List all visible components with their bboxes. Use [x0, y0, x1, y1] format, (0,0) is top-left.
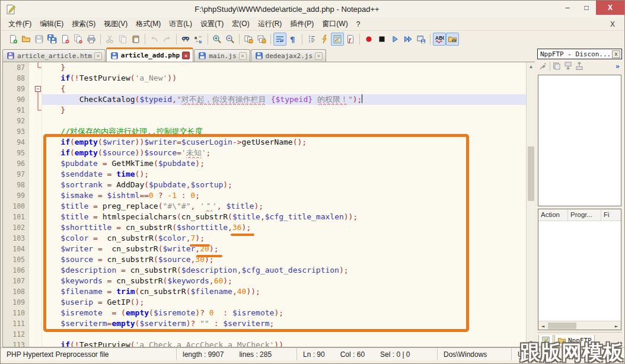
menu-item-10[interactable]: 窗口(W)	[318, 18, 352, 30]
bookmark-margin[interactable]	[29, 190, 34, 201]
minimize-button[interactable]: –	[558, 1, 577, 15]
fold-margin[interactable]	[34, 340, 42, 347]
bookmark-margin[interactable]	[29, 180, 34, 190]
close-button[interactable]: X	[596, 1, 624, 15]
macro-play-button[interactable]	[388, 33, 401, 46]
nppftp-overflow-chevron[interactable]: »	[616, 62, 621, 71]
code-editor[interactable]: 87 }88 if(!TestPurview('a_New'))89 {90 C…	[2, 62, 535, 347]
fold-margin[interactable]	[34, 286, 42, 297]
print-button[interactable]	[85, 33, 98, 46]
fold-margin[interactable]	[34, 94, 42, 105]
replace-button[interactable]: ab	[192, 33, 205, 46]
fold-margin[interactable]	[34, 137, 42, 148]
editor-vertical-scrollbar[interactable]: ▲ ▼	[526, 62, 535, 347]
bookmark-margin[interactable]	[29, 265, 34, 276]
bookmark-margin[interactable]	[29, 233, 34, 244]
bookmark-margin[interactable]	[29, 94, 34, 105]
fold-margin[interactable]	[34, 222, 42, 233]
queue-column-action[interactable]: Action	[538, 209, 568, 221]
bookmark-margin[interactable]	[29, 73, 34, 84]
bookmark-margin[interactable]	[29, 340, 34, 347]
function-list-button[interactable]: f	[344, 33, 357, 46]
bookmark-margin[interactable]	[29, 297, 34, 308]
bookmark-margin[interactable]	[29, 308, 34, 318]
bookmark-margin[interactable]	[29, 201, 34, 212]
bookmark-margin[interactable]	[29, 137, 34, 148]
menu-item-6[interactable]: 设置(T)	[196, 18, 228, 30]
fold-margin[interactable]	[34, 265, 42, 276]
menu-item-7[interactable]: 宏(O)	[228, 18, 253, 30]
scroll-right-arrow-icon[interactable]: ►	[612, 321, 621, 330]
bookmark-margin[interactable]	[29, 116, 34, 126]
bookmark-margin[interactable]	[29, 84, 34, 94]
bookmark-margin[interactable]	[29, 62, 34, 73]
bookmark-margin[interactable]	[29, 169, 34, 180]
bookmark-margin[interactable]	[29, 105, 34, 116]
open-file-button[interactable]	[20, 33, 33, 46]
scrollbar-thumb[interactable]	[528, 146, 534, 201]
fold-margin[interactable]	[34, 148, 42, 158]
hscrollbar-thumb[interactable]	[548, 323, 576, 329]
fold-margin[interactable]	[34, 297, 42, 308]
bookmark-margin[interactable]	[29, 126, 34, 137]
menu-item-0[interactable]: 文件(F)	[4, 18, 36, 30]
menu-close-doc-button[interactable]: X	[604, 20, 621, 28]
bookmark-margin[interactable]	[29, 222, 34, 233]
macro-run-multiple-button[interactable]	[401, 33, 414, 46]
fold-margin[interactable]	[34, 105, 42, 116]
zoom-in-button[interactable]	[211, 33, 224, 46]
bookmark-margin[interactable]	[29, 318, 34, 329]
fold-margin[interactable]	[34, 318, 42, 329]
tab-main-js[interactable]: main.js✕	[194, 49, 250, 62]
bookmark-margin[interactable]	[29, 329, 34, 340]
sync-horizontal-button[interactable]	[255, 33, 268, 46]
fold-margin[interactable]	[34, 212, 42, 222]
find-button[interactable]	[179, 33, 192, 46]
tab-article-add-php[interactable]: article_add.php✕	[106, 47, 193, 62]
bookmark-margin[interactable]	[29, 158, 34, 169]
save-all-button[interactable]	[46, 33, 59, 46]
bookmark-margin[interactable]	[29, 148, 34, 158]
document-map-button[interactable]	[331, 33, 344, 46]
fold-margin[interactable]	[34, 201, 42, 212]
show-all-chars-button[interactable]: ¶	[286, 33, 299, 46]
fold-margin[interactable]	[34, 62, 42, 73]
fold-margin[interactable]	[34, 158, 42, 169]
menu-item-9[interactable]: 插件(P)	[286, 18, 318, 30]
macro-stop-button[interactable]	[375, 33, 388, 46]
bookmark-margin[interactable]	[29, 212, 34, 222]
fold-margin[interactable]	[34, 233, 42, 244]
close-file-button[interactable]	[59, 33, 72, 46]
spell-check-button[interactable]: ABC	[433, 33, 446, 46]
fold-margin[interactable]	[34, 169, 42, 180]
menu-item-8[interactable]: 运行(R)	[254, 18, 286, 30]
tab-close-icon[interactable]: ✕	[239, 52, 247, 60]
macro-save-button[interactable]	[414, 33, 428, 46]
fold-margin[interactable]	[34, 329, 42, 340]
ftp-connect-button[interactable]	[538, 61, 548, 72]
bookmark-margin[interactable]	[29, 276, 34, 286]
queue-column-progr[interactable]: Progr...	[568, 209, 601, 221]
maximize-button[interactable]: □	[577, 1, 596, 15]
tab-dedeajax2-js[interactable]: dedeajax2.js✕	[251, 49, 326, 62]
tab-close-icon[interactable]: ✕	[94, 52, 102, 60]
sync-vertical-button[interactable]	[242, 33, 255, 46]
menu-item-5[interactable]: 语言(L)	[165, 18, 196, 30]
fold-margin[interactable]	[34, 73, 42, 84]
nppftp-file-tree[interactable]	[538, 75, 621, 206]
ftp-download-button[interactable]	[563, 61, 573, 72]
fold-margin[interactable]	[34, 244, 42, 254]
tab-close-icon[interactable]: ✕	[315, 52, 323, 60]
ftp-settings-button[interactable]	[552, 61, 562, 72]
fold-margin[interactable]	[34, 276, 42, 286]
fold-margin[interactable]	[34, 308, 42, 318]
fold-margin[interactable]	[34, 254, 42, 265]
scroll-up-arrow-icon[interactable]: ▲	[527, 62, 535, 71]
word-wrap-button[interactable]	[273, 33, 286, 46]
scroll-left-arrow-icon[interactable]: ◄	[538, 321, 547, 330]
indent-guide-button[interactable]	[305, 33, 318, 46]
fold-margin[interactable]	[34, 116, 42, 126]
nppftp-horizontal-scrollbar[interactable]: ◄ ►	[538, 321, 621, 330]
menu-item-11[interactable]: ?	[352, 19, 365, 30]
queue-column-fi[interactable]: Fi	[601, 209, 621, 221]
